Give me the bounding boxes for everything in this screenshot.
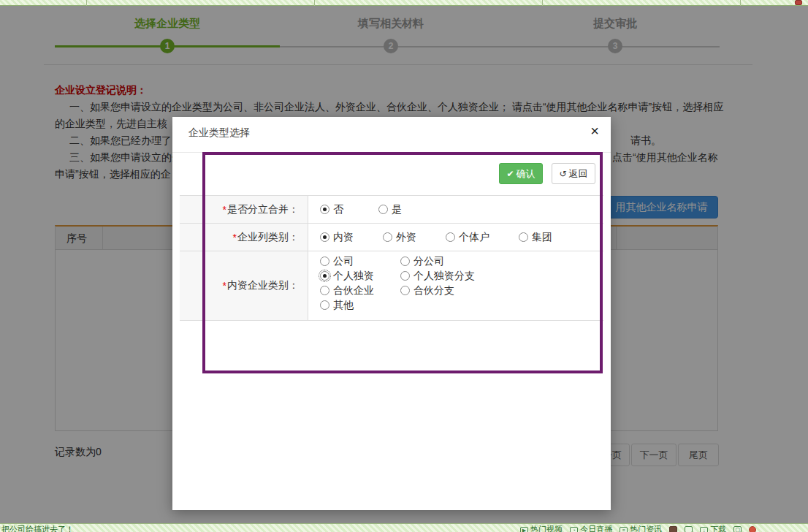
back-button-label: 返回: [569, 168, 588, 179]
field-options: 公司 个人独资 合伙企业 其他 分公司 个人独资分支 合伙分支: [308, 251, 603, 320]
taskbar-item[interactable]: ≡ 热门资讯: [620, 524, 662, 532]
radio-icon[interactable]: [400, 256, 410, 266]
field-label: *内资企业类别：: [180, 251, 308, 320]
radio-option-group[interactable]: 集团: [519, 231, 552, 244]
radio-icon[interactable]: [320, 256, 329, 266]
radio-icon[interactable]: [320, 286, 329, 295]
radio-label: 个体户: [459, 231, 489, 243]
required-mark: *: [223, 280, 226, 292]
doc-icon: ≡: [620, 527, 628, 532]
hand-icon[interactable]: [685, 526, 693, 532]
form-row-enterprise-category: *企业列类别： 内资 外资 个体户 集团: [180, 224, 603, 251]
clock-icon: ◔: [570, 527, 578, 532]
taskbar-item-label: 热门资讯: [630, 525, 662, 532]
radio-icon[interactable]: [320, 271, 329, 281]
enterprise-type-modal: 企业类型选择 × ✔确认 ↺返回 *是否分立合并： 否 是 *企业列类别： 内资: [172, 117, 611, 510]
radio-option-other[interactable]: 其他: [320, 299, 400, 311]
radio-label: 是: [392, 203, 402, 215]
taskbar[interactable]: 把公司给搞进去了！ ▶ 热门视频 ◔ 今日直播 ≡ 热门资讯 ↓ 下载 ▢: [0, 523, 808, 532]
radio-icon[interactable]: [320, 300, 329, 310]
close-icon[interactable]: ×: [590, 121, 599, 140]
radio-icon[interactable]: [383, 232, 392, 242]
radio-icon[interactable]: [519, 232, 528, 242]
tab-separator: [740, 0, 741, 6]
form-row-split-merge: *是否分立合并： 否 是: [180, 196, 603, 224]
field-label-text: 企业列类别：: [237, 231, 299, 244]
radio-option-partnership-branch[interactable]: 合伙分支: [400, 284, 475, 297]
tab-separator: [542, 0, 543, 6]
taskbar-item[interactable]: ▶ 热门视频: [520, 524, 563, 532]
field-label: *企业列类别：: [180, 224, 308, 251]
check-icon: ✔: [506, 169, 514, 179]
taskbar-item-label: 热门视频: [530, 525, 563, 532]
taskbar-item-label: 下载: [710, 525, 726, 532]
radio-label: 合伙分支: [413, 284, 454, 296]
field-label: *是否分立合并：: [180, 196, 308, 223]
radio-option-partnership[interactable]: 合伙企业: [320, 284, 400, 297]
confirm-button-label: 确认: [517, 168, 536, 179]
radio-option-domestic[interactable]: 内资: [320, 231, 354, 244]
window-icon[interactable]: ▢: [733, 526, 742, 532]
enterprise-type-form: *是否分立合并： 否 是 *企业列类别： 内资 外资 个体户 集团: [180, 195, 603, 321]
required-mark: *: [233, 232, 237, 243]
modal-title: 企业类型选择: [188, 126, 250, 140]
taskbar-status-text: 把公司给搞进去了！: [1, 524, 74, 532]
radio-icon[interactable]: [446, 232, 455, 242]
screen: 选择企业类型 填写相关材料 提交审批 1 2 3 企业设立登记说明： 一、如果您…: [0, 0, 808, 532]
radio-icon[interactable]: [320, 232, 329, 242]
radio-option-company[interactable]: 公司: [320, 255, 400, 267]
logo-icon[interactable]: [749, 526, 756, 532]
radio-option-individual[interactable]: 个体户: [446, 231, 489, 244]
form-row-domestic-type: *内资企业类别： 公司 个人独资 合伙企业 其他 分公司 个人独资分支 合伙分支: [180, 251, 603, 321]
play-icon: ▶: [520, 527, 528, 532]
radio-label: 公司: [333, 255, 354, 267]
download-icon: ↓: [700, 527, 708, 532]
taskbar-item-label: 今日直播: [580, 525, 612, 532]
radio-option-sole-proprietor[interactable]: 个人独资: [320, 270, 400, 282]
browser-tab-strip[interactable]: [0, 0, 808, 6]
radio-icon[interactable]: [400, 271, 410, 281]
back-button[interactable]: ↺返回: [552, 163, 595, 184]
options-column-b: 分公司 个人独资分支 合伙分支: [400, 255, 475, 297]
tab-separator: [86, 0, 87, 6]
radio-label: 集团: [532, 231, 552, 243]
required-mark: *: [223, 204, 226, 216]
taskbar-item[interactable]: ↓ 下载: [700, 524, 726, 532]
taskbar-item[interactable]: ◔ 今日直播: [570, 524, 612, 532]
options-column-a: 公司 个人独资 合伙企业 其他: [320, 255, 400, 311]
return-icon: ↺: [559, 169, 566, 179]
radio-option-yes[interactable]: 是: [378, 203, 402, 216]
radio-option-sole-proprietor-branch[interactable]: 个人独资分支: [400, 270, 475, 282]
radio-label: 合伙企业: [333, 284, 374, 296]
radio-option-foreign[interactable]: 外资: [383, 231, 416, 244]
radio-label: 个人独资: [333, 270, 374, 281]
page-viewport: 选择企业类型 填写相关材料 提交审批 1 2 3 企业设立登记说明： 一、如果您…: [0, 6, 808, 523]
radio-label: 其他: [333, 299, 354, 311]
radio-icon[interactable]: [400, 286, 410, 295]
horn-icon[interactable]: [669, 526, 677, 532]
field-options: 否 是: [308, 196, 603, 223]
field-options: 内资 外资 个体户 集团: [308, 224, 603, 251]
taskbar-items: ▶ 热门视频 ◔ 今日直播 ≡ 热门资讯 ↓ 下载 ▢: [520, 524, 756, 532]
radio-label: 否: [333, 203, 343, 215]
tab-close-icon[interactable]: [795, 0, 802, 5]
radio-label: 个人独资分支: [413, 270, 475, 281]
radio-icon[interactable]: [378, 205, 388, 214]
radio-label: 分公司: [413, 255, 444, 267]
radio-icon[interactable]: [320, 205, 329, 214]
field-label-text: 是否分立合并：: [227, 203, 299, 216]
confirm-button[interactable]: ✔确认: [499, 163, 543, 184]
tab-separator: [314, 0, 315, 6]
field-label-text: 内资企业类别：: [227, 279, 299, 292]
radio-option-no[interactable]: 否: [320, 203, 343, 216]
radio-option-branch-company[interactable]: 分公司: [400, 255, 475, 267]
radio-label: 外资: [396, 231, 416, 243]
modal-header-divider: [172, 152, 611, 153]
radio-label: 内资: [333, 231, 354, 243]
